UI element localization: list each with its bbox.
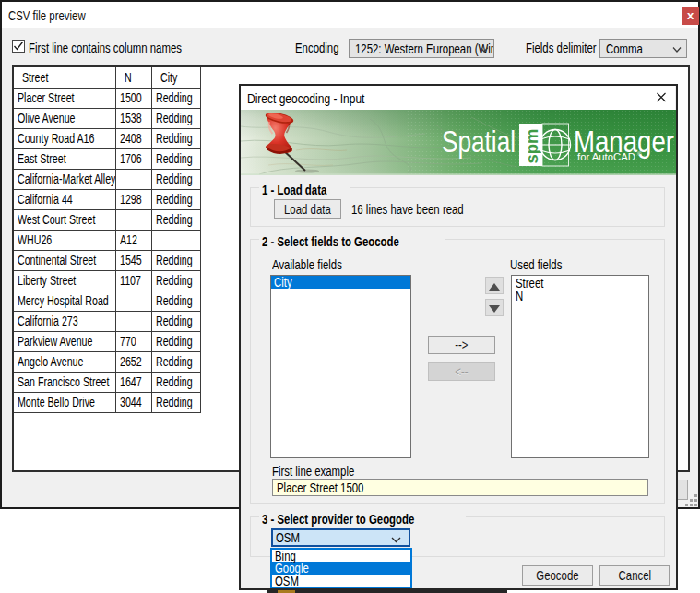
- svg-text:Spatial: Spatial: [442, 125, 516, 159]
- svg-text:spm: spm: [522, 129, 541, 164]
- svg-text:for AutoCAD: for AutoCAD: [577, 151, 635, 162]
- svg-text:®: ®: [637, 151, 642, 157]
